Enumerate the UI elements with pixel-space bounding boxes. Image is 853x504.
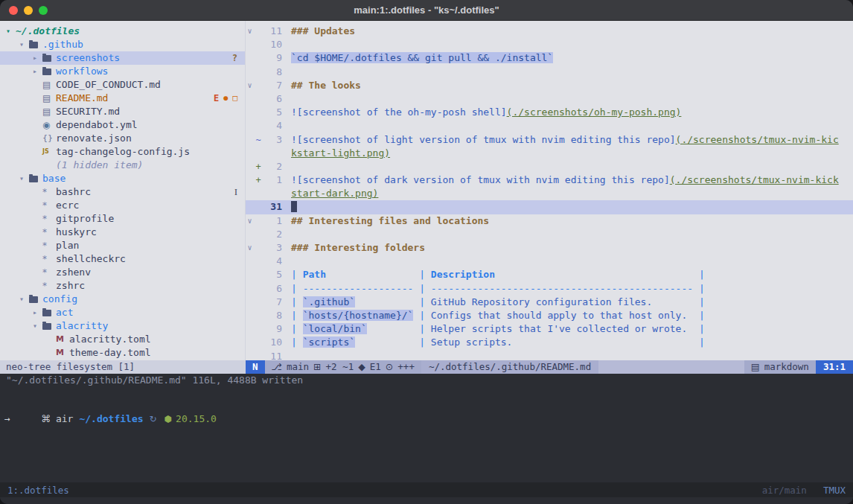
tree-item-act[interactable]: ▸act: [0, 306, 245, 319]
sign-column: [254, 79, 263, 92]
tree-item-huskyrc[interactable]: *huskyrc: [0, 226, 245, 239]
sh-file-icon: *: [42, 226, 56, 239]
expander-icon[interactable]: ▾: [33, 319, 42, 333]
expander-icon[interactable]: ▾: [19, 172, 29, 185]
neo-tree-panel[interactable]: ▾~/.dotfiles▾.github▸screenshots?▸workfl…: [0, 21, 246, 360]
editor-line[interactable]: +2: [246, 160, 853, 173]
tree-item-base[interactable]: ▾base: [0, 172, 245, 185]
fold-icon[interactable]: ∨: [246, 241, 254, 255]
zoom-button[interactable]: [39, 6, 48, 15]
editor-line[interactable]: 9`cd $HOME/.dotfiles && git pull && ./in…: [246, 51, 853, 65]
tree-item-ecrc[interactable]: *ecrc: [0, 199, 245, 212]
editor-line[interactable]: ~3![screenshot of light version of tmux …: [246, 133, 853, 147]
tree-item-label: zshenv: [56, 266, 91, 279]
tree-item-label: bashrc: [56, 185, 91, 199]
tree-item-1-hidden-item[interactable]: (1 hidden item): [0, 159, 245, 172]
editor-buffer[interactable]: ∨11### Updates109`cd $HOME/.dotfiles && …: [246, 21, 853, 360]
line-number: 8: [263, 309, 282, 322]
tree-item-theme-day-toml[interactable]: Mtheme-day.toml: [0, 346, 245, 360]
titlebar: main:1:.dotfiles - "ks~/.dotfiles": [0, 0, 853, 21]
editor-line[interactable]: ∨11### Updates: [246, 25, 853, 38]
tree-item-code-of-conduct-md[interactable]: ▤CODE_OF_CONDUCT.md: [0, 78, 245, 92]
tree-item-alacritty[interactable]: ▾alacritty: [0, 319, 245, 333]
editor-line[interactable]: 8: [246, 66, 853, 79]
tree-item-badges: E●□: [214, 92, 237, 105]
tree-item-readme-md[interactable]: ▤README.mdE●□: [0, 92, 245, 105]
editor-line[interactable]: 6: [246, 92, 853, 106]
shell-prompt: ⌘air~/.dotfiles↻⬢20.15.0: [0, 399, 853, 412]
text-segment: |: [419, 336, 431, 348]
tree-item-alacritty-toml[interactable]: Malacritty.toml: [0, 333, 245, 346]
text-segment: [367, 323, 419, 334]
sh-file-icon: *: [42, 252, 56, 266]
editor-line[interactable]: 4: [246, 119, 853, 133]
icon-slot: [42, 323, 56, 330]
editor-line[interactable]: 9| `local/bin` | Helper scripts that I'v…: [246, 322, 853, 336]
text-segment: |: [291, 296, 303, 307]
close-button[interactable]: [9, 6, 18, 15]
editor-line[interactable]: 5| Path | Description |: [246, 268, 853, 281]
tree-item-label: CODE_OF_CONDUCT.md: [56, 78, 161, 92]
editor-line[interactable]: ∨1## Interesting files and locations: [246, 214, 853, 228]
editor-line[interactable]: 10: [246, 38, 853, 51]
tree-item-label: config: [42, 293, 77, 306]
fold-icon[interactable]: ∨: [246, 79, 254, 92]
tree-item-zshrc[interactable]: *zshrc: [0, 279, 245, 293]
minimize-button[interactable]: [24, 6, 33, 15]
editor-line[interactable]: 2: [246, 228, 853, 241]
expander-icon[interactable]: ▸: [33, 65, 42, 78]
tree-item-github[interactable]: ▾.github: [0, 38, 245, 51]
editor-line[interactable]: 6| ------------------- | ---------------…: [246, 282, 853, 296]
tree-item-plan[interactable]: *plan: [0, 239, 245, 252]
sign-column: [254, 296, 263, 309]
text-segment: ## The looks: [291, 80, 361, 91]
tree-item-zshenv[interactable]: *zshenv: [0, 266, 245, 279]
expander-icon[interactable]: ▸: [33, 51, 42, 65]
tree-item-gitprofile[interactable]: *gitprofile: [0, 212, 245, 226]
tmux-window[interactable]: 1:.dotfiles: [7, 485, 69, 496]
editor-line[interactable]: 10| `scripts` | Setup scripts. |: [246, 336, 853, 349]
text-segment: Setup scripts.: [431, 336, 699, 348]
extra-icon: ⊙: [386, 360, 393, 374]
git-branch: main: [287, 360, 309, 374]
editor-line[interactable]: 8| `hosts/{hostname}/` | Configs that sh…: [246, 309, 853, 322]
line-text: [282, 92, 853, 106]
tree-item-tag-changelog-config-js[interactable]: JStag-changelog-config.js: [0, 145, 245, 159]
editor-line[interactable]: ∨7## The looks: [246, 79, 853, 92]
editor-line[interactable]: start-dark.png): [246, 187, 853, 200]
editor-line[interactable]: 31: [246, 200, 853, 214]
expander-icon[interactable]: ▾: [6, 25, 16, 38]
line-text: ### Interesting folders: [282, 241, 853, 255]
gitsign-add: +: [254, 173, 263, 187]
sh-file-icon: *: [42, 266, 56, 279]
terminal-pane[interactable]: ⌘air~/.dotfiles↻⬢20.15.0 → 1:.dotfiles a…: [0, 387, 853, 504]
yml-file-icon: ◉: [42, 118, 56, 132]
editor-line[interactable]: kstart-light.png): [246, 147, 853, 160]
fold-icon[interactable]: ∨: [246, 214, 254, 228]
editor-line[interactable]: 4: [246, 255, 853, 268]
tmux-label: TMUX: [823, 485, 846, 496]
expander-icon[interactable]: ▾: [19, 38, 29, 51]
tree-item-workflows[interactable]: ▸workflows: [0, 65, 245, 78]
tree-item-security-md[interactable]: ▤SECURITY.md: [0, 105, 245, 118]
expander-icon[interactable]: ▸: [33, 306, 42, 319]
prompt-arrow: →: [4, 413, 10, 424]
tree-item-dependabot-yml[interactable]: ◉dependabot.yml: [0, 118, 245, 132]
fold-icon[interactable]: ∨: [246, 25, 254, 38]
editor-line[interactable]: 7| `.github` | GitHub Repository configu…: [246, 296, 853, 309]
editor-line[interactable]: 5![screenshot of the oh-my-posh shell](.…: [246, 106, 853, 119]
editor-line[interactable]: +1![screenshot of dark version of tmux w…: [246, 173, 853, 187]
tree-item-dotfiles[interactable]: ▾~/.dotfiles: [0, 25, 245, 38]
expander-icon[interactable]: ▾: [19, 293, 29, 306]
prompt-input-line[interactable]: →: [0, 412, 853, 426]
tree-item-bashrc[interactable]: *bashrcI: [0, 185, 245, 199]
folder-icon: [42, 310, 51, 316]
file-path: ~/.dotfiles/.github/README.md: [421, 360, 598, 374]
tree-item-screenshots[interactable]: ▸screenshots?: [0, 51, 245, 65]
tree-item-shellcheckrc[interactable]: *shellcheckrc: [0, 252, 245, 266]
editor-line[interactable]: ∨3### Interesting folders: [246, 241, 853, 255]
editor-line[interactable]: 11: [246, 350, 853, 361]
tree-item-config[interactable]: ▾config: [0, 293, 245, 306]
line-text: | `.github` | GitHub Repository configur…: [282, 296, 853, 309]
tree-item-renovate-json[interactable]: {}renovate.json: [0, 132, 245, 145]
